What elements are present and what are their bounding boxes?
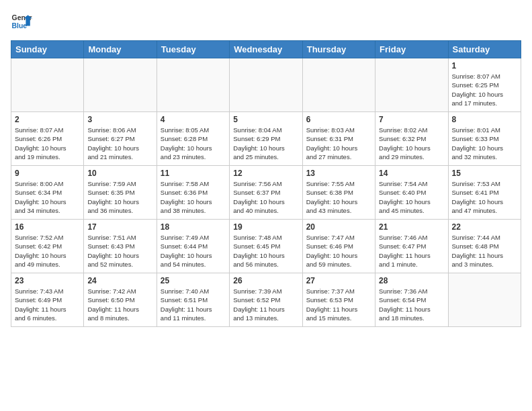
day-number: 2 bbox=[15, 115, 80, 124]
day-number: 3 bbox=[87, 115, 152, 124]
calendar-day: 5Sunrise: 8:04 AM Sunset: 6:29 PM Daylig… bbox=[230, 112, 302, 166]
day-info: Sunrise: 7:58 AM Sunset: 6:36 PM Dayligh… bbox=[161, 179, 226, 215]
calendar-week-3: 9Sunrise: 8:00 AM Sunset: 6:34 PM Daylig… bbox=[11, 166, 521, 220]
calendar-day: 19Sunrise: 7:48 AM Sunset: 6:45 PM Dayli… bbox=[230, 220, 302, 273]
calendar-day: 6Sunrise: 8:03 AM Sunset: 6:31 PM Daylig… bbox=[302, 112, 375, 166]
day-number: 21 bbox=[379, 222, 444, 232]
calendar-day: 16Sunrise: 7:52 AM Sunset: 6:42 PM Dayli… bbox=[11, 220, 84, 273]
day-info: Sunrise: 8:00 AM Sunset: 6:34 PM Dayligh… bbox=[15, 179, 80, 215]
calendar-day bbox=[11, 58, 84, 112]
weekday-header-tuesday: Tuesday bbox=[157, 41, 229, 58]
day-number: 18 bbox=[161, 222, 226, 232]
calendar-day: 26Sunrise: 7:39 AM Sunset: 6:52 PM Dayli… bbox=[230, 273, 302, 327]
calendar-day: 1Sunrise: 8:07 AM Sunset: 6:25 PM Daylig… bbox=[448, 58, 521, 112]
calendar-table: SundayMondayTuesdayWednesdayThursdayFrid… bbox=[11, 40, 521, 327]
calendar-day: 3Sunrise: 8:06 AM Sunset: 6:27 PM Daylig… bbox=[84, 112, 157, 166]
day-number: 27 bbox=[306, 276, 371, 285]
day-info: Sunrise: 7:54 AM Sunset: 6:40 PM Dayligh… bbox=[379, 179, 444, 215]
day-number: 28 bbox=[379, 276, 444, 285]
day-number: 17 bbox=[87, 222, 152, 232]
calendar-day: 10Sunrise: 7:59 AM Sunset: 6:35 PM Dayli… bbox=[84, 166, 157, 220]
calendar-day: 25Sunrise: 7:40 AM Sunset: 6:51 PM Dayli… bbox=[157, 273, 229, 327]
weekday-header-friday: Friday bbox=[375, 41, 448, 58]
weekday-header-sunday: Sunday bbox=[11, 41, 84, 58]
logo: General Blue bbox=[11, 11, 32, 32]
page-header: General Blue bbox=[11, 11, 521, 32]
day-info: Sunrise: 7:49 AM Sunset: 6:44 PM Dayligh… bbox=[161, 233, 226, 269]
calendar-day: 21Sunrise: 7:46 AM Sunset: 6:47 PM Dayli… bbox=[375, 220, 448, 273]
day-info: Sunrise: 8:03 AM Sunset: 6:31 PM Dayligh… bbox=[306, 126, 371, 161]
day-info: Sunrise: 8:07 AM Sunset: 6:26 PM Dayligh… bbox=[15, 126, 80, 161]
day-number: 9 bbox=[15, 169, 80, 178]
day-number: 12 bbox=[233, 169, 298, 178]
weekday-header-monday: Monday bbox=[84, 41, 157, 58]
calendar-day bbox=[157, 58, 229, 112]
day-number: 14 bbox=[379, 169, 444, 178]
day-info: Sunrise: 7:52 AM Sunset: 6:42 PM Dayligh… bbox=[15, 233, 80, 269]
day-number: 26 bbox=[233, 276, 298, 285]
calendar-header-row: SundayMondayTuesdayWednesdayThursdayFrid… bbox=[11, 41, 521, 58]
calendar-day: 23Sunrise: 7:43 AM Sunset: 6:49 PM Dayli… bbox=[11, 273, 84, 327]
calendar-day bbox=[230, 58, 302, 112]
calendar-day: 27Sunrise: 7:37 AM Sunset: 6:53 PM Dayli… bbox=[302, 273, 375, 327]
day-info: Sunrise: 7:51 AM Sunset: 6:43 PM Dayligh… bbox=[87, 233, 152, 269]
calendar-day: 24Sunrise: 7:42 AM Sunset: 6:50 PM Dayli… bbox=[84, 273, 157, 327]
day-info: Sunrise: 7:47 AM Sunset: 6:46 PM Dayligh… bbox=[306, 233, 371, 269]
day-info: Sunrise: 8:06 AM Sunset: 6:27 PM Dayligh… bbox=[87, 126, 152, 161]
calendar-day: 28Sunrise: 7:36 AM Sunset: 6:54 PM Dayli… bbox=[375, 273, 448, 327]
calendar-day: 14Sunrise: 7:54 AM Sunset: 6:40 PM Dayli… bbox=[375, 166, 448, 220]
day-info: Sunrise: 8:04 AM Sunset: 6:29 PM Dayligh… bbox=[233, 126, 298, 161]
calendar-day: 12Sunrise: 7:56 AM Sunset: 6:37 PM Dayli… bbox=[230, 166, 302, 220]
day-info: Sunrise: 7:40 AM Sunset: 6:51 PM Dayligh… bbox=[161, 287, 226, 322]
day-number: 13 bbox=[306, 169, 371, 178]
day-number: 5 bbox=[233, 115, 298, 124]
day-info: Sunrise: 7:46 AM Sunset: 6:47 PM Dayligh… bbox=[379, 233, 444, 269]
day-number: 8 bbox=[452, 115, 517, 124]
day-info: Sunrise: 7:44 AM Sunset: 6:48 PM Dayligh… bbox=[452, 233, 517, 269]
day-info: Sunrise: 7:56 AM Sunset: 6:37 PM Dayligh… bbox=[233, 179, 298, 215]
day-number: 20 bbox=[306, 222, 371, 232]
calendar-day: 7Sunrise: 8:02 AM Sunset: 6:32 PM Daylig… bbox=[375, 112, 448, 166]
calendar-day: 18Sunrise: 7:49 AM Sunset: 6:44 PM Dayli… bbox=[157, 220, 229, 273]
day-info: Sunrise: 8:07 AM Sunset: 6:25 PM Dayligh… bbox=[452, 72, 517, 107]
day-number: 6 bbox=[306, 115, 371, 124]
day-number: 23 bbox=[15, 276, 80, 285]
day-number: 24 bbox=[87, 276, 152, 285]
day-info: Sunrise: 7:37 AM Sunset: 6:53 PM Dayligh… bbox=[306, 287, 371, 322]
calendar-week-2: 2Sunrise: 8:07 AM Sunset: 6:26 PM Daylig… bbox=[11, 112, 521, 166]
calendar-day: 20Sunrise: 7:47 AM Sunset: 6:46 PM Dayli… bbox=[302, 220, 375, 273]
calendar-week-5: 23Sunrise: 7:43 AM Sunset: 6:49 PM Dayli… bbox=[11, 273, 521, 327]
day-number: 7 bbox=[379, 115, 444, 124]
calendar-day: 15Sunrise: 7:53 AM Sunset: 6:41 PM Dayli… bbox=[448, 166, 521, 220]
day-number: 16 bbox=[15, 222, 80, 232]
calendar-day bbox=[375, 58, 448, 112]
calendar-day bbox=[302, 58, 375, 112]
day-number: 25 bbox=[161, 276, 226, 285]
day-number: 11 bbox=[161, 169, 226, 178]
calendar-day: 13Sunrise: 7:55 AM Sunset: 6:38 PM Dayli… bbox=[302, 166, 375, 220]
calendar-day: 11Sunrise: 7:58 AM Sunset: 6:36 PM Dayli… bbox=[157, 166, 229, 220]
calendar-day: 4Sunrise: 8:05 AM Sunset: 6:28 PM Daylig… bbox=[157, 112, 229, 166]
day-info: Sunrise: 7:53 AM Sunset: 6:41 PM Dayligh… bbox=[452, 179, 517, 215]
calendar-day bbox=[84, 58, 157, 112]
calendar-day: 17Sunrise: 7:51 AM Sunset: 6:43 PM Dayli… bbox=[84, 220, 157, 273]
calendar-week-4: 16Sunrise: 7:52 AM Sunset: 6:42 PM Dayli… bbox=[11, 220, 521, 273]
calendar-day bbox=[448, 273, 521, 327]
day-info: Sunrise: 8:01 AM Sunset: 6:33 PM Dayligh… bbox=[452, 126, 517, 161]
calendar-day: 8Sunrise: 8:01 AM Sunset: 6:33 PM Daylig… bbox=[448, 112, 521, 166]
calendar-day: 2Sunrise: 8:07 AM Sunset: 6:26 PM Daylig… bbox=[11, 112, 84, 166]
calendar-day: 9Sunrise: 8:00 AM Sunset: 6:34 PM Daylig… bbox=[11, 166, 84, 220]
day-info: Sunrise: 7:39 AM Sunset: 6:52 PM Dayligh… bbox=[233, 287, 298, 322]
calendar-week-1: 1Sunrise: 8:07 AM Sunset: 6:25 PM Daylig… bbox=[11, 58, 521, 112]
day-number: 22 bbox=[452, 222, 517, 232]
day-info: Sunrise: 8:05 AM Sunset: 6:28 PM Dayligh… bbox=[161, 126, 226, 161]
day-number: 15 bbox=[452, 169, 517, 178]
day-number: 10 bbox=[87, 169, 152, 178]
weekday-header-saturday: Saturday bbox=[448, 41, 521, 58]
day-info: Sunrise: 7:48 AM Sunset: 6:45 PM Dayligh… bbox=[233, 233, 298, 269]
day-number: 1 bbox=[452, 61, 517, 71]
day-info: Sunrise: 7:42 AM Sunset: 6:50 PM Dayligh… bbox=[87, 287, 152, 322]
day-info: Sunrise: 8:02 AM Sunset: 6:32 PM Dayligh… bbox=[379, 126, 444, 161]
day-number: 4 bbox=[161, 115, 226, 124]
day-info: Sunrise: 7:55 AM Sunset: 6:38 PM Dayligh… bbox=[306, 179, 371, 215]
